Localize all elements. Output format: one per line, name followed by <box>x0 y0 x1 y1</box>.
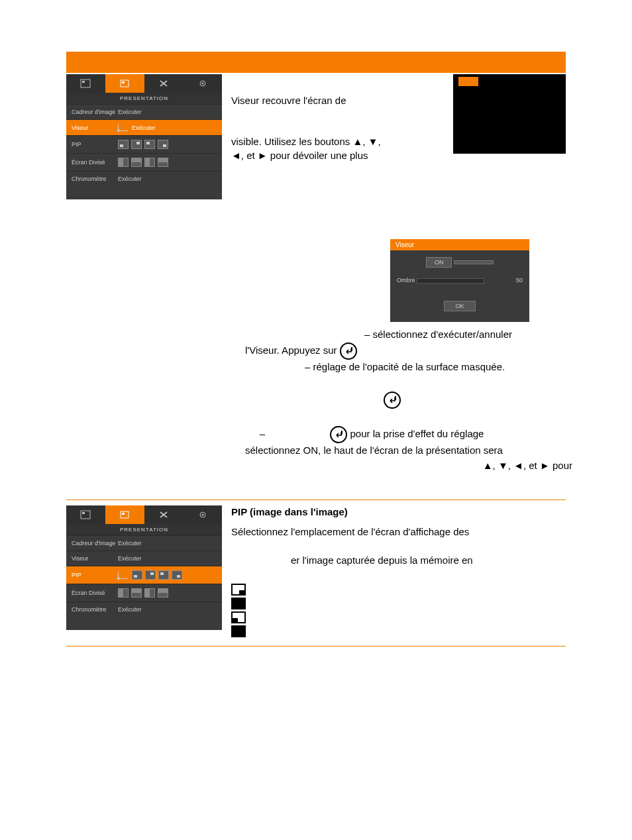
svg-rect-3 <box>122 81 125 83</box>
pip-pos-bottom-left-icon <box>231 611 246 623</box>
pip-pos-full-br-icon <box>231 598 246 609</box>
osd-section-title: PRESENTATION <box>66 93 222 104</box>
osd-row-chronometre: ChronomètreExécuter <box>66 602 222 617</box>
osd-row-pip: PIP <box>66 135 222 153</box>
orange-header-bar <box>66 52 566 73</box>
osd-tab-presentation-icon <box>105 505 144 524</box>
osd-tab-settings-icon <box>183 74 222 93</box>
pip-heading: PIP (image dans l'image) <box>231 505 566 519</box>
svg-rect-1 <box>82 81 85 83</box>
viseur-shadow-label: Ombre <box>397 277 415 284</box>
section-divider <box>66 646 566 647</box>
enter-icon <box>384 392 401 409</box>
osd-tab-image-icon <box>66 74 105 93</box>
enter-icon <box>330 426 347 443</box>
viseur-sub-title: Viseur <box>390 239 529 250</box>
osd-row-viseur: ViseurExécuter <box>66 119 222 135</box>
osd-screenshot-viseur: PRESENTATION Cadreur d'imageExécuter Vis… <box>66 74 222 199</box>
viseur-preview-image <box>453 74 566 154</box>
viseur-description: Viseur recouvre l'écran de visible. Util… <box>222 74 448 199</box>
viseur-shadow-value: 50 <box>516 277 523 284</box>
pip-pos-full-bl-icon <box>231 625 246 637</box>
viseur-line3: ◄, et ► pour dévoiler une plus <box>231 149 448 162</box>
viseur-ok-button: OK <box>444 301 475 311</box>
osd-row-chronometre: ChronomètreExécuter <box>66 171 222 186</box>
osd-tab-image-icon <box>66 505 105 524</box>
svg-rect-0 <box>81 79 90 87</box>
viseur-off-button <box>454 260 494 264</box>
osd-row-ecran-divise: Écran Divisé <box>66 584 222 602</box>
osd-row-ecran-divise: Écran Divisé <box>66 153 222 171</box>
osd-section-title: PRESENTATION <box>66 524 222 535</box>
viseur-line2: visible. Utilisez les boutons ▲, ▼, <box>231 135 448 148</box>
viseur-on-button: ON <box>426 257 452 268</box>
pip-pos-bottom-right-icon <box>231 584 246 596</box>
osd-tab-presentation-icon <box>105 74 144 93</box>
osd-tab-tools-icon <box>144 74 184 93</box>
section-divider <box>66 499 566 500</box>
osd-row-pip: PIP <box>66 566 222 584</box>
enter-icon <box>340 342 357 360</box>
enter-icon <box>118 572 128 579</box>
osd-tab-tools-icon <box>144 505 184 524</box>
viseur-line1: Viseur recouvre l'écran de <box>231 94 448 107</box>
svg-rect-11 <box>122 513 125 515</box>
svg-point-15 <box>201 514 203 516</box>
pip-line1: Sélectionnez l'emplacement de l'écran d'… <box>231 525 566 539</box>
svg-rect-8 <box>81 511 90 519</box>
osd-row-cadreur: Cadreur d'imageExécuter <box>66 535 222 551</box>
svg-rect-9 <box>82 512 85 514</box>
osd-tab-settings-icon <box>183 505 222 524</box>
osd-screenshot-pip: PRESENTATION Cadreur d'imageExécuter Vis… <box>66 505 222 639</box>
osd-row-cadreur: Cadreur d'imageExécuter <box>66 104 222 119</box>
enter-icon <box>118 124 128 131</box>
viseur-sub-text: – sélectionnez d'exécuter/annuler l'Vise… <box>245 327 566 473</box>
osd-row-viseur: ViseurExécuter <box>66 551 222 566</box>
viseur-shadow-slider <box>417 278 484 284</box>
viseur-sub-panel: Viseur ON Ombre 50 OK <box>390 239 529 322</box>
pip-line2: er l'image capturée depuis la mémoire en <box>291 554 566 567</box>
svg-point-7 <box>201 83 203 85</box>
